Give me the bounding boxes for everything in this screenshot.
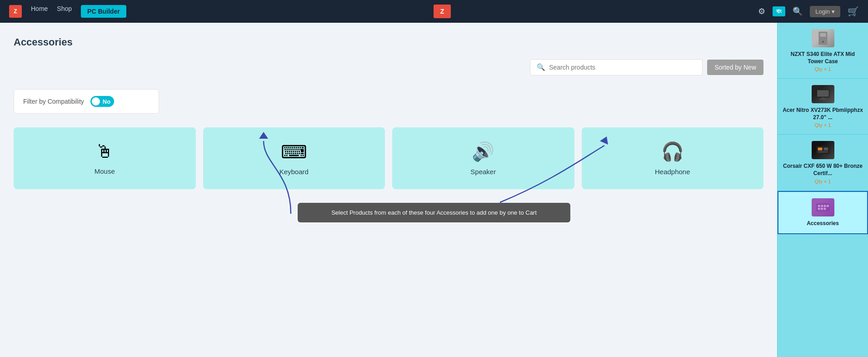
psu-image	[812, 141, 834, 159]
navbar-center: Z	[126, 5, 758, 18]
svg-rect-11	[823, 148, 828, 151]
tower-case-qty: Qty × 1	[815, 66, 831, 72]
language-selector[interactable]: বাং	[773, 6, 785, 16]
sidebar-item-accessories[interactable]: Accessories	[778, 191, 868, 235]
category-keyboard[interactable]: ⌨ Keyboard	[203, 127, 385, 189]
tower-case-image	[812, 29, 834, 47]
search-box: 🔍	[530, 59, 703, 75]
sidebar-item-tower-case[interactable]: NZXT S340 Elite ATX Mid Tower Case Qty ×…	[778, 23, 868, 79]
speaker-icon: 🔊	[472, 141, 494, 162]
accessories-title: Accessories	[807, 220, 839, 227]
login-button[interactable]: Login ▾	[810, 6, 840, 17]
filter-label: Filter by Compatibility	[23, 98, 84, 105]
search-box-icon: 🔍	[537, 63, 545, 71]
svg-rect-3	[820, 33, 826, 37]
svg-rect-20	[823, 207, 826, 210]
category-speaker[interactable]: 🔊 Speaker	[392, 127, 574, 189]
center-logo: Z	[434, 5, 451, 18]
compatibility-toggle[interactable]: No	[90, 96, 114, 107]
category-name-keyboard: Keyboard	[279, 168, 309, 176]
sort-button[interactable]: Sorted by New	[707, 60, 763, 75]
tooltip-text: Select Products from each of these four …	[331, 209, 537, 216]
svg-rect-6	[817, 90, 829, 96]
svg-rect-13	[816, 203, 829, 211]
category-headphone[interactable]: 🎧 Headphone	[582, 127, 764, 189]
sidebar-item-monitor[interactable]: Acer Nitro XV273K Pbmiipphzx 27.0" ... Q…	[778, 79, 868, 135]
psu-title: Corsair CXF 650 W 80+ Bronze Certif...	[782, 163, 863, 177]
mouse-icon: 🖱	[95, 141, 114, 162]
monitor-qty: Qty × 1	[815, 122, 831, 128]
svg-rect-17	[827, 205, 829, 207]
svg-point-4	[822, 41, 824, 43]
svg-rect-12	[818, 151, 828, 153]
search-input[interactable]	[549, 64, 696, 71]
tooltip-box: Select Products from each of these four …	[298, 203, 570, 222]
navbar: Z Home Shop PC Builder Z ⚙ বাং 🔍 Login ▾…	[0, 0, 868, 23]
sidebar: NZXT S340 Elite ATX Mid Tower Case Qty ×…	[777, 23, 868, 357]
monitor-image	[812, 85, 834, 103]
nav-home[interactable]: Home	[31, 5, 48, 18]
nav-shop[interactable]: Shop	[57, 5, 72, 18]
toggle-knob	[92, 97, 100, 106]
tower-case-title: NZXT S340 Elite ATX Mid Tower Case	[782, 51, 863, 65]
svg-rect-14	[818, 205, 820, 207]
cart-icon[interactable]: 🛒	[848, 6, 859, 17]
accessories-image	[812, 198, 834, 216]
category-name-speaker: Speaker	[470, 168, 496, 176]
nav-pc-builder[interactable]: PC Builder	[81, 5, 126, 18]
settings-icon[interactable]: ⚙	[758, 6, 765, 16]
keyboard-icon: ⌨	[281, 141, 307, 162]
monitor-title: Acer Nitro XV273K Pbmiipphzx 27.0" ...	[782, 107, 863, 121]
headphone-icon: 🎧	[661, 141, 684, 162]
psu-qty: Qty × 1	[815, 179, 831, 184]
main-layout: Accessories 🔍 Sorted by New Filter by Co…	[0, 23, 868, 357]
svg-rect-7	[821, 97, 824, 99]
svg-rect-8	[819, 99, 827, 100]
svg-rect-19	[821, 207, 823, 210]
category-name-headphone: Headphone	[655, 168, 690, 176]
content-area: Accessories 🔍 Sorted by New Filter by Co…	[0, 23, 777, 357]
page-title: Accessories	[14, 36, 763, 48]
chevron-down-icon: ▾	[832, 8, 835, 15]
nav-links: Home Shop PC Builder	[31, 5, 126, 18]
search-icon[interactable]: 🔍	[793, 6, 803, 16]
category-mouse[interactable]: 🖱 Mouse	[14, 127, 196, 189]
filter-bar: Filter by Compatibility No	[14, 89, 159, 114]
category-name-mouse: Mouse	[95, 167, 115, 175]
search-sort-row: 🔍 Sorted by New	[14, 59, 763, 75]
sidebar-item-psu[interactable]: Corsair CXF 650 W 80+ Bronze Certif... Q…	[778, 135, 868, 191]
navbar-right: ⚙ বাং 🔍 Login ▾ 🛒	[758, 6, 859, 17]
svg-rect-10	[818, 148, 822, 151]
category-grid: 🖱 Mouse ⌨ Keyboard 🔊 Speaker 🎧 Headphone	[14, 127, 763, 189]
svg-rect-15	[821, 205, 823, 207]
nav-logo: Z	[9, 5, 22, 18]
svg-rect-16	[823, 205, 826, 207]
svg-rect-18	[818, 207, 820, 210]
toggle-text: No	[103, 98, 110, 105]
